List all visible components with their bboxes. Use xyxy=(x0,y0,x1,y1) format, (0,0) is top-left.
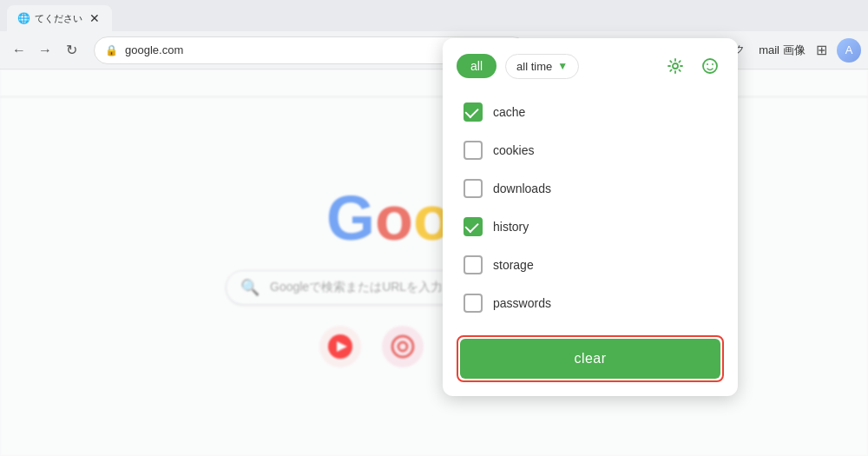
checkbox-storage[interactable] xyxy=(464,255,483,274)
svg-point-8 xyxy=(673,63,678,69)
checkbox-label-downloads: downloads xyxy=(493,182,551,195)
time-label: all time xyxy=(516,60,552,73)
settings-icons xyxy=(661,52,724,80)
checkbox-cookies[interactable] xyxy=(464,141,483,160)
clear-button-wrapper: clear xyxy=(457,335,724,382)
emoji-face-button[interactable] xyxy=(696,52,724,80)
svg-point-9 xyxy=(703,59,717,73)
clear-button[interactable]: clear xyxy=(460,339,720,379)
checkbox-item-cookies[interactable]: cookies xyxy=(457,132,724,169)
checkbox-label-cookies: cookies xyxy=(493,143,534,157)
checkbox-downloads[interactable] xyxy=(464,179,483,198)
svg-point-11 xyxy=(712,63,713,65)
checkbox-item-passwords[interactable]: passwords xyxy=(457,285,724,321)
checkbox-label-storage: storage xyxy=(493,258,534,272)
time-dropdown[interactable]: all time ▼ xyxy=(505,54,579,79)
checkbox-item-storage[interactable]: storage xyxy=(457,247,724,283)
browser-frame: 🌐 てください ✕ ← → ↻ 🔒 google.com ⬆ ☆ xyxy=(0,0,868,456)
checkbox-label-passwords: passwords xyxy=(493,296,551,310)
popup-overlay: all all time ▼ xyxy=(0,0,868,456)
checkbox-label-history: history xyxy=(493,220,529,234)
all-filter-button[interactable]: all xyxy=(457,54,496,78)
checkbox-label-cache: cache xyxy=(493,105,525,119)
checkbox-history[interactable] xyxy=(464,217,483,236)
popup-header: all all time ▼ xyxy=(457,52,724,80)
checkbox-cache[interactable] xyxy=(464,102,483,122)
checkbox-list: cache cookies downloads history storage xyxy=(457,94,724,321)
settings-gear-button[interactable] xyxy=(661,52,689,80)
dropdown-arrow-icon: ▼ xyxy=(557,60,568,72)
checkbox-item-history[interactable]: history xyxy=(457,208,724,245)
svg-point-10 xyxy=(707,63,708,65)
checkbox-passwords[interactable] xyxy=(464,294,483,313)
checkbox-item-cache[interactable]: cache xyxy=(457,94,724,130)
clear-data-popup: all all time ▼ xyxy=(443,38,738,396)
checkbox-item-downloads[interactable]: downloads xyxy=(457,170,724,207)
